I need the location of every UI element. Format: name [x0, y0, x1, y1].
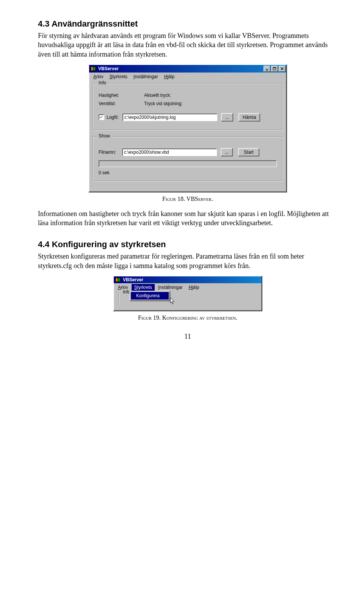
- progress-bar: [99, 160, 277, 167]
- window-title: VBServer: [98, 66, 264, 71]
- menubar: Arkiv Styrkrets Inställningar Hjälp: [114, 283, 262, 292]
- svg-rect-8: [118, 278, 120, 282]
- after-figure-18-paragraph: Informationen om hastigheter och tryck f…: [38, 209, 337, 228]
- menubar: Arkiv Styrkrets Inställningar Hjälp: [89, 73, 286, 81]
- aktuellt-tryck-label: Aktuellt tryck:: [144, 93, 212, 98]
- hamta-button[interactable]: Hämta: [238, 113, 260, 121]
- vbserver-menu-window: VBServer Arkiv Styrkrets Inställningar H…: [113, 276, 262, 311]
- logfil-checkbox[interactable]: ✓: [99, 114, 104, 120]
- menu-hjalp[interactable]: Hjälp: [186, 284, 202, 291]
- svg-rect-7: [116, 278, 118, 282]
- page-number: 11: [38, 333, 337, 341]
- menu-installningar[interactable]: Inställningar: [155, 284, 185, 291]
- menu-styrkrets[interactable]: Styrkrets: [132, 284, 155, 291]
- menu-installningar[interactable]: Inställningar: [131, 73, 161, 80]
- konfigurera-menu-item[interactable]: Konfigurera: [131, 292, 169, 300]
- menu-arkiv[interactable]: Arkiv: [91, 73, 106, 80]
- show-legend: Show: [97, 133, 111, 139]
- filnamn-input[interactable]: c:\expo2000\show.vbd: [122, 148, 217, 156]
- figure-18-caption: Figur 18. VBServer.: [38, 196, 337, 202]
- menu-styrkrets[interactable]: Styrkrets: [107, 73, 130, 80]
- filnamn-label: Filnamn:: [99, 150, 122, 155]
- show-groupbox: Show Filnamn: c:\expo2000\show.vbd ... S…: [93, 136, 282, 181]
- hastighet-label: Hastighet:: [99, 93, 144, 98]
- figure-19-caption: Figur 19. Konfigurering av styrkretsen.: [38, 314, 337, 321]
- start-button[interactable]: Start: [238, 148, 259, 156]
- svg-rect-0: [91, 67, 93, 71]
- minimize-button[interactable]: [264, 66, 270, 72]
- logfil-label: Logfil:: [107, 115, 122, 120]
- progress-label: 0 sek: [99, 170, 110, 175]
- window-title: VBServer: [123, 277, 261, 282]
- tryck-vid-skjutning-label: Tryck vid skjutning:: [144, 101, 212, 106]
- maximize-button[interactable]: [271, 66, 278, 72]
- section-4-3-paragraph: För styrning av hårdvaran används ett pr…: [38, 31, 337, 59]
- svg-rect-2: [266, 69, 268, 70]
- logfil-input[interactable]: c:\expo2000\skjutning.log: [122, 114, 217, 121]
- titlebar[interactable]: VBServer: [114, 276, 262, 283]
- app-icon: [115, 277, 121, 282]
- close-button[interactable]: [279, 66, 286, 72]
- styrkrets-dropdown: Konfigurera: [130, 291, 170, 301]
- info-groupbox: Info Hastighet: Aktuellt tryck: Ventilti…: [93, 83, 282, 130]
- filnamn-browse-button[interactable]: ...: [221, 148, 233, 156]
- section-4-4-heading: 4.4 Konfigurering av styrkretsen: [38, 240, 337, 249]
- section-4-4-paragraph: Styrkretsen konfigureras med parametrar …: [38, 252, 337, 270]
- ventiltid-label: Ventiltid:: [99, 101, 144, 106]
- titlebar[interactable]: VBServer: [89, 65, 286, 73]
- app-icon: [91, 66, 97, 71]
- svg-rect-4: [273, 67, 276, 68]
- vbserver-window: VBServer Arkiv Styrkrets Inställningar H…: [88, 64, 287, 192]
- info-legend: Info: [97, 80, 108, 85]
- section-4-3-heading: 4.3 Användargränssnittet: [38, 19, 337, 29]
- svg-rect-1: [93, 67, 96, 71]
- menu-hjalp[interactable]: Hjälp: [162, 73, 177, 80]
- logfil-browse-button[interactable]: ...: [221, 113, 233, 121]
